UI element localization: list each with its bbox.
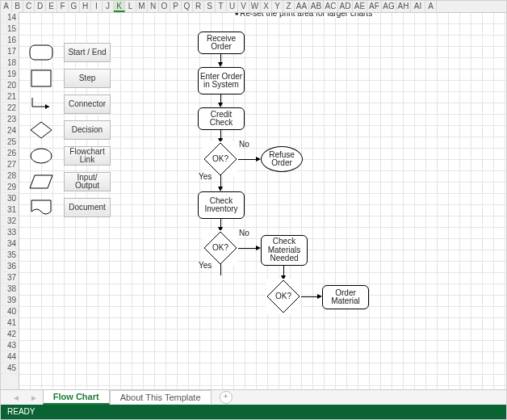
tab-flow-chart[interactable]: Flow Chart [43, 389, 110, 405]
column-header-cell[interactable]: A [1, 1, 12, 12]
column-header-cell[interactable]: P [170, 1, 182, 12]
worksheet-grid[interactable]: Re-set the print area for larger charts … [19, 12, 506, 390]
node-enter-order[interactable]: Enter Order in System [198, 67, 245, 94]
row-header-cell[interactable]: 24 [1, 125, 19, 136]
row-header-cell[interactable]: 37 [1, 272, 19, 284]
tab-about[interactable]: About This Template [110, 390, 212, 404]
column-header-cell[interactable]: M [136, 1, 148, 12]
legend-button-decision[interactable]: Decision [64, 120, 111, 140]
row-header-cell[interactable]: 30 [1, 193, 19, 204]
column-header-cell[interactable]: W [249, 1, 261, 12]
column-header-cell[interactable]: I [91, 1, 103, 12]
column-header-cell[interactable]: AH [396, 1, 411, 12]
column-header-cell[interactable]: L [125, 1, 136, 12]
arrow [283, 266, 284, 275]
row-header-cell[interactable]: 19 [1, 69, 19, 80]
row-header-cell[interactable]: 34 [1, 238, 19, 250]
node-credit-check[interactable]: Credit Check [198, 107, 245, 130]
row-header-cell[interactable]: 14 [1, 12, 19, 23]
node-ok3[interactable]: OK? [266, 279, 301, 314]
row-header-cell[interactable]: 38 [1, 284, 19, 295]
legend-button-start-end[interactable]: Start / End [64, 43, 111, 62]
column-header-cell[interactable]: AI [411, 1, 425, 12]
column-header-cell[interactable]: F [57, 1, 69, 12]
column-header-cell[interactable]: C [23, 1, 35, 12]
row-header-cell[interactable]: 31 [1, 204, 19, 216]
row-header-cell[interactable]: 18 [1, 57, 19, 69]
node-label: OK? [212, 155, 228, 164]
column-header-cell[interactable]: G [69, 1, 80, 12]
row-header-cell[interactable]: 43 [1, 340, 19, 351]
column-header-cell[interactable]: J [103, 1, 114, 12]
svg-rect-0 [30, 45, 52, 60]
row-header-cell[interactable]: 45 [1, 363, 19, 374]
label-yes: Yes [199, 172, 212, 181]
row-header-cell[interactable]: 33 [1, 227, 19, 238]
column-header-cell[interactable]: V [238, 1, 249, 12]
row-header-cell[interactable]: 41 [1, 317, 19, 329]
column-header-cell[interactable]: U [227, 1, 238, 12]
column-header-cell[interactable]: AA [295, 1, 309, 12]
row-header-cell[interactable]: 36 [1, 261, 19, 272]
row-header-cell[interactable]: 40 [1, 306, 19, 317]
row-header-cell[interactable]: 42 [1, 329, 19, 340]
row-header-cell[interactable]: 15 [1, 23, 19, 35]
legend-button-input-output[interactable]: Input/ Output [64, 172, 111, 191]
column-header-cell[interactable]: AC [324, 1, 338, 12]
column-header-cell[interactable]: AE [353, 1, 367, 12]
row-header-cell[interactable]: 17 [1, 46, 19, 57]
legend-row-step: Step [28, 69, 111, 88]
row-header-cell[interactable]: 39 [1, 295, 19, 306]
column-header-cell[interactable]: X [261, 1, 272, 12]
column-header-cell[interactable]: AD [338, 1, 353, 12]
row-header-cell[interactable]: 23 [1, 114, 19, 125]
node-check-inventory[interactable]: Check Inventory [198, 191, 245, 219]
column-header-cell[interactable]: Q [182, 1, 193, 12]
node-order-material[interactable]: Order Material [322, 285, 369, 309]
row-header-cell[interactable]: 35 [1, 250, 19, 261]
tab-nav-next-icon[interactable]: ► [25, 393, 43, 402]
row-header-cell[interactable]: 21 [1, 91, 19, 103]
column-header-cell[interactable]: N [148, 1, 159, 12]
column-header-cell[interactable]: T [216, 1, 227, 12]
column-header-cell[interactable]: D [35, 1, 46, 12]
legend-row-decision: Decision [28, 120, 111, 140]
svg-marker-2 [31, 122, 52, 138]
new-sheet-button[interactable]: + [220, 391, 233, 404]
tab-nav-prev-icon[interactable]: ◄ [7, 393, 25, 402]
legend-button-flowchart-link[interactable]: Flowchart Link [64, 146, 111, 166]
row-header-cell[interactable]: 26 [1, 148, 19, 159]
column-header-cell[interactable]: Y [272, 1, 283, 12]
row-headers[interactable]: 1415161718192021222324252627282930313233… [1, 12, 19, 390]
column-header-cell[interactable]: K [114, 1, 125, 12]
node-refuse-order[interactable]: Refuse Order [261, 146, 303, 172]
legend-button-connector[interactable]: Connector [64, 94, 111, 114]
legend-row-flowchart-link: Flowchart Link [28, 146, 111, 166]
column-header-cell[interactable]: O [159, 1, 170, 12]
legend-button-document[interactable]: Document [64, 198, 111, 217]
column-header-cell[interactable]: H [80, 1, 91, 12]
column-header-cell[interactable]: S [204, 1, 216, 12]
row-header-cell[interactable]: 32 [1, 216, 19, 227]
column-header-cell[interactable]: E [46, 1, 57, 12]
row-header-cell[interactable]: 28 [1, 170, 19, 182]
svg-marker-4 [30, 175, 52, 188]
column-header-cell[interactable]: R [193, 1, 204, 12]
node-check-materials[interactable]: Check Materials Needed [261, 235, 308, 266]
column-header-cell[interactable]: AF [367, 1, 382, 12]
column-header-cell[interactable]: B [12, 1, 23, 12]
row-header-cell[interactable]: 20 [1, 80, 19, 91]
row-header-cell[interactable]: 29 [1, 182, 19, 193]
node-receive-order[interactable]: Receive Order [198, 32, 245, 54]
row-header-cell[interactable]: 27 [1, 159, 19, 170]
column-header-cell[interactable]: Z [283, 1, 295, 12]
row-header-cell[interactable]: 25 [1, 136, 19, 148]
column-headers[interactable]: ABCDEFGHIJKLMNOPQRSTUVWXYZAAABACADAEAFAG… [1, 1, 507, 13]
column-header-cell[interactable]: AG [382, 1, 396, 12]
row-header-cell[interactable]: 22 [1, 103, 19, 114]
row-header-cell[interactable]: 44 [1, 351, 19, 363]
legend-button-step[interactable]: Step [64, 69, 111, 88]
column-header-cell[interactable]: AB [309, 1, 324, 12]
row-header-cell[interactable]: 16 [1, 35, 19, 46]
column-header-cell[interactable]: A [425, 1, 437, 12]
